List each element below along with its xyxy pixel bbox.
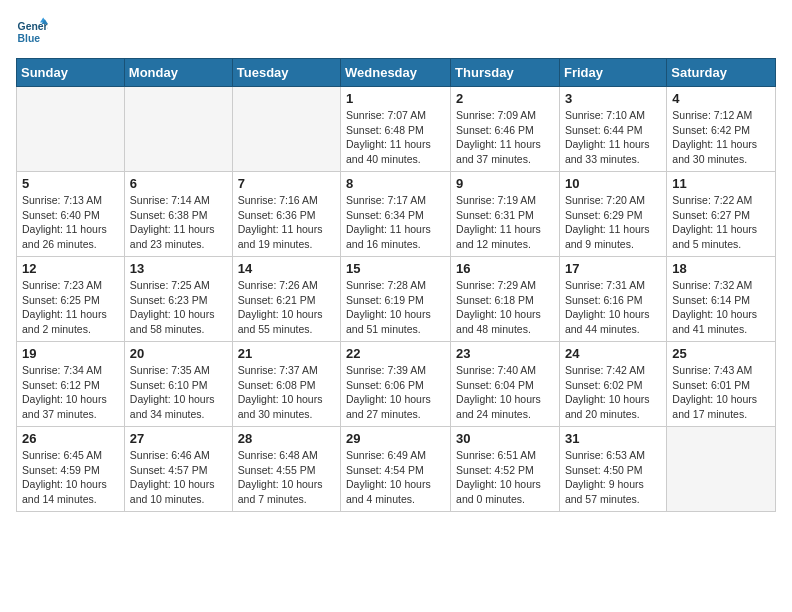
day-info: Sunrise: 7:10 AM Sunset: 6:44 PM Dayligh… — [565, 108, 661, 167]
calendar-cell: 23Sunrise: 7:40 AM Sunset: 6:04 PM Dayli… — [451, 342, 560, 427]
day-number: 27 — [130, 431, 227, 446]
weekday-header-saturday: Saturday — [667, 59, 776, 87]
calendar-cell: 16Sunrise: 7:29 AM Sunset: 6:18 PM Dayli… — [451, 257, 560, 342]
day-number: 26 — [22, 431, 119, 446]
weekday-header-sunday: Sunday — [17, 59, 125, 87]
calendar-cell: 8Sunrise: 7:17 AM Sunset: 6:34 PM Daylig… — [341, 172, 451, 257]
weekday-header-friday: Friday — [559, 59, 666, 87]
calendar-cell: 28Sunrise: 6:48 AM Sunset: 4:55 PM Dayli… — [232, 427, 340, 512]
calendar-cell — [232, 87, 340, 172]
calendar-body: 1Sunrise: 7:07 AM Sunset: 6:48 PM Daylig… — [17, 87, 776, 512]
day-info: Sunrise: 7:12 AM Sunset: 6:42 PM Dayligh… — [672, 108, 770, 167]
calendar-cell: 9Sunrise: 7:19 AM Sunset: 6:31 PM Daylig… — [451, 172, 560, 257]
day-number: 19 — [22, 346, 119, 361]
calendar-cell — [667, 427, 776, 512]
calendar-cell: 20Sunrise: 7:35 AM Sunset: 6:10 PM Dayli… — [124, 342, 232, 427]
weekday-header-thursday: Thursday — [451, 59, 560, 87]
calendar-cell: 21Sunrise: 7:37 AM Sunset: 6:08 PM Dayli… — [232, 342, 340, 427]
week-row-3: 12Sunrise: 7:23 AM Sunset: 6:25 PM Dayli… — [17, 257, 776, 342]
page-header: General Blue — [16, 16, 776, 48]
calendar-cell: 5Sunrise: 7:13 AM Sunset: 6:40 PM Daylig… — [17, 172, 125, 257]
day-info: Sunrise: 7:29 AM Sunset: 6:18 PM Dayligh… — [456, 278, 554, 337]
calendar-cell: 15Sunrise: 7:28 AM Sunset: 6:19 PM Dayli… — [341, 257, 451, 342]
day-info: Sunrise: 6:45 AM Sunset: 4:59 PM Dayligh… — [22, 448, 119, 507]
day-number: 13 — [130, 261, 227, 276]
day-number: 11 — [672, 176, 770, 191]
svg-text:Blue: Blue — [18, 33, 41, 44]
day-number: 17 — [565, 261, 661, 276]
logo-icon: General Blue — [16, 16, 48, 48]
day-number: 15 — [346, 261, 445, 276]
day-number: 9 — [456, 176, 554, 191]
day-number: 20 — [130, 346, 227, 361]
week-row-5: 26Sunrise: 6:45 AM Sunset: 4:59 PM Dayli… — [17, 427, 776, 512]
day-info: Sunrise: 7:32 AM Sunset: 6:14 PM Dayligh… — [672, 278, 770, 337]
calendar-cell: 13Sunrise: 7:25 AM Sunset: 6:23 PM Dayli… — [124, 257, 232, 342]
calendar-cell: 6Sunrise: 7:14 AM Sunset: 6:38 PM Daylig… — [124, 172, 232, 257]
day-info: Sunrise: 7:31 AM Sunset: 6:16 PM Dayligh… — [565, 278, 661, 337]
calendar: SundayMondayTuesdayWednesdayThursdayFrid… — [16, 58, 776, 512]
calendar-cell: 1Sunrise: 7:07 AM Sunset: 6:48 PM Daylig… — [341, 87, 451, 172]
calendar-cell: 4Sunrise: 7:12 AM Sunset: 6:42 PM Daylig… — [667, 87, 776, 172]
calendar-cell: 26Sunrise: 6:45 AM Sunset: 4:59 PM Dayli… — [17, 427, 125, 512]
day-info: Sunrise: 7:39 AM Sunset: 6:06 PM Dayligh… — [346, 363, 445, 422]
day-info: Sunrise: 7:19 AM Sunset: 6:31 PM Dayligh… — [456, 193, 554, 252]
weekday-header-monday: Monday — [124, 59, 232, 87]
calendar-cell: 7Sunrise: 7:16 AM Sunset: 6:36 PM Daylig… — [232, 172, 340, 257]
day-number: 21 — [238, 346, 335, 361]
day-info: Sunrise: 6:46 AM Sunset: 4:57 PM Dayligh… — [130, 448, 227, 507]
weekday-header-wednesday: Wednesday — [341, 59, 451, 87]
day-info: Sunrise: 7:42 AM Sunset: 6:02 PM Dayligh… — [565, 363, 661, 422]
day-number: 2 — [456, 91, 554, 106]
day-info: Sunrise: 7:26 AM Sunset: 6:21 PM Dayligh… — [238, 278, 335, 337]
calendar-cell: 24Sunrise: 7:42 AM Sunset: 6:02 PM Dayli… — [559, 342, 666, 427]
calendar-cell: 31Sunrise: 6:53 AM Sunset: 4:50 PM Dayli… — [559, 427, 666, 512]
calendar-cell: 2Sunrise: 7:09 AM Sunset: 6:46 PM Daylig… — [451, 87, 560, 172]
calendar-cell: 29Sunrise: 6:49 AM Sunset: 4:54 PM Dayli… — [341, 427, 451, 512]
calendar-cell — [124, 87, 232, 172]
day-number: 25 — [672, 346, 770, 361]
day-info: Sunrise: 7:14 AM Sunset: 6:38 PM Dayligh… — [130, 193, 227, 252]
calendar-cell — [17, 87, 125, 172]
day-number: 7 — [238, 176, 335, 191]
calendar-cell: 11Sunrise: 7:22 AM Sunset: 6:27 PM Dayli… — [667, 172, 776, 257]
day-number: 12 — [22, 261, 119, 276]
day-info: Sunrise: 7:17 AM Sunset: 6:34 PM Dayligh… — [346, 193, 445, 252]
day-number: 22 — [346, 346, 445, 361]
day-number: 28 — [238, 431, 335, 446]
day-info: Sunrise: 6:51 AM Sunset: 4:52 PM Dayligh… — [456, 448, 554, 507]
day-number: 6 — [130, 176, 227, 191]
day-info: Sunrise: 7:16 AM Sunset: 6:36 PM Dayligh… — [238, 193, 335, 252]
calendar-cell: 17Sunrise: 7:31 AM Sunset: 6:16 PM Dayli… — [559, 257, 666, 342]
day-number: 18 — [672, 261, 770, 276]
day-info: Sunrise: 7:40 AM Sunset: 6:04 PM Dayligh… — [456, 363, 554, 422]
logo: General Blue — [16, 16, 52, 48]
day-number: 3 — [565, 91, 661, 106]
day-number: 30 — [456, 431, 554, 446]
calendar-cell: 14Sunrise: 7:26 AM Sunset: 6:21 PM Dayli… — [232, 257, 340, 342]
calendar-cell: 18Sunrise: 7:32 AM Sunset: 6:14 PM Dayli… — [667, 257, 776, 342]
day-info: Sunrise: 7:37 AM Sunset: 6:08 PM Dayligh… — [238, 363, 335, 422]
week-row-1: 1Sunrise: 7:07 AM Sunset: 6:48 PM Daylig… — [17, 87, 776, 172]
day-info: Sunrise: 7:34 AM Sunset: 6:12 PM Dayligh… — [22, 363, 119, 422]
calendar-cell: 10Sunrise: 7:20 AM Sunset: 6:29 PM Dayli… — [559, 172, 666, 257]
week-row-2: 5Sunrise: 7:13 AM Sunset: 6:40 PM Daylig… — [17, 172, 776, 257]
day-info: Sunrise: 6:53 AM Sunset: 4:50 PM Dayligh… — [565, 448, 661, 507]
calendar-cell: 22Sunrise: 7:39 AM Sunset: 6:06 PM Dayli… — [341, 342, 451, 427]
day-info: Sunrise: 7:13 AM Sunset: 6:40 PM Dayligh… — [22, 193, 119, 252]
day-info: Sunrise: 6:49 AM Sunset: 4:54 PM Dayligh… — [346, 448, 445, 507]
day-number: 4 — [672, 91, 770, 106]
day-number: 23 — [456, 346, 554, 361]
day-number: 14 — [238, 261, 335, 276]
day-info: Sunrise: 7:09 AM Sunset: 6:46 PM Dayligh… — [456, 108, 554, 167]
day-info: Sunrise: 7:43 AM Sunset: 6:01 PM Dayligh… — [672, 363, 770, 422]
day-number: 10 — [565, 176, 661, 191]
calendar-cell: 12Sunrise: 7:23 AM Sunset: 6:25 PM Dayli… — [17, 257, 125, 342]
day-number: 24 — [565, 346, 661, 361]
calendar-cell: 19Sunrise: 7:34 AM Sunset: 6:12 PM Dayli… — [17, 342, 125, 427]
calendar-cell: 25Sunrise: 7:43 AM Sunset: 6:01 PM Dayli… — [667, 342, 776, 427]
day-info: Sunrise: 7:20 AM Sunset: 6:29 PM Dayligh… — [565, 193, 661, 252]
day-info: Sunrise: 7:25 AM Sunset: 6:23 PM Dayligh… — [130, 278, 227, 337]
week-row-4: 19Sunrise: 7:34 AM Sunset: 6:12 PM Dayli… — [17, 342, 776, 427]
day-info: Sunrise: 6:48 AM Sunset: 4:55 PM Dayligh… — [238, 448, 335, 507]
